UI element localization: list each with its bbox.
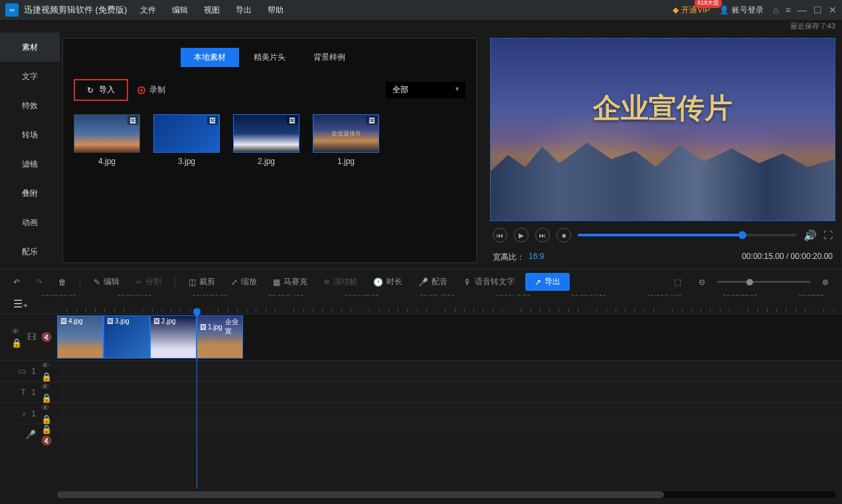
- fit-button[interactable]: ⬚: [669, 275, 687, 290]
- sidebar: 素材 文字 特效 转场 滤镜 叠附 动画 配乐: [0, 33, 60, 268]
- sidebar-item-animation[interactable]: 动画: [0, 208, 60, 237]
- sidebar-item-overlay[interactable]: 叠附: [0, 179, 60, 208]
- ratio-label: 宽高比：: [493, 252, 525, 263]
- delete-button[interactable]: 🗑: [53, 275, 72, 290]
- account-button[interactable]: 👤 账号登录: [719, 5, 764, 16]
- sidebar-item-text[interactable]: 文字: [0, 62, 60, 91]
- image-icon: 🖼: [127, 116, 138, 125]
- timeline-clip[interactable]: 🖼 2.jpg: [150, 315, 197, 359]
- mute-icon[interactable]: 🔇: [41, 332, 52, 342]
- last-save-label: 最近保存 7:43: [0, 20, 842, 33]
- sidebar-item-material[interactable]: 素材: [0, 33, 60, 62]
- tab-intros[interactable]: 精美片头: [240, 48, 299, 67]
- import-icon: ↻: [87, 86, 94, 95]
- vip-button[interactable]: ◆ 开通VIP 618大促: [673, 5, 710, 16]
- prev-button[interactable]: ⏮: [493, 228, 507, 242]
- lock-icon[interactable]: 🔒: [41, 372, 52, 382]
- progress-bar[interactable]: [578, 234, 797, 236]
- freeze-button[interactable]: ❄ 冻结帧: [318, 274, 363, 290]
- volume-icon[interactable]: 🔊: [803, 229, 817, 242]
- media-thumb[interactable]: 企业宣传片🖼 1.jpg: [313, 114, 379, 166]
- zoom-out-button[interactable]: ⊖: [693, 275, 711, 290]
- vip-badge: 618大促: [695, 0, 722, 8]
- track-body[interactable]: [57, 382, 842, 402]
- menu-edit[interactable]: 编辑: [172, 5, 188, 16]
- zoom-slider[interactable]: [717, 281, 810, 283]
- redo-button[interactable]: ↷: [31, 275, 48, 290]
- image-icon: 🖼: [287, 116, 297, 125]
- play-button[interactable]: ▶: [514, 228, 529, 242]
- image-icon: 🖼: [207, 116, 218, 125]
- timeline-clip[interactable]: 🖼 4.jpg: [57, 315, 104, 359]
- fullscreen-icon[interactable]: ⛶: [823, 230, 833, 240]
- media-thumb[interactable]: 🖼 3.jpg: [153, 114, 220, 166]
- titlebar: ✂ 迅捷视频剪辑软件 (免费版) 文件 编辑 视图 导出 帮助 ◆ 开通VIP …: [0, 0, 842, 20]
- timeline-clip[interactable]: 🖼 1.jpg企业宣: [197, 315, 243, 359]
- lock-icon[interactable]: 🔒: [41, 393, 52, 403]
- audio-track-icon: ♪: [22, 408, 27, 418]
- playhead[interactable]: [197, 311, 197, 489]
- zoom-in-button[interactable]: ⊕: [817, 275, 834, 290]
- lock-icon[interactable]: 🔒: [41, 424, 52, 434]
- timeline-clip[interactable]: 🖼 3.jpg: [104, 315, 150, 359]
- sidebar-item-filter[interactable]: 滤镜: [0, 149, 60, 179]
- diamond-icon: ◆: [673, 5, 679, 15]
- overlay-track: ▭1👁🔒: [0, 360, 842, 381]
- sidebar-item-effects[interactable]: 特效: [0, 91, 60, 120]
- minimize-icon[interactable]: —: [798, 5, 807, 15]
- video-track: 👁🔒 🎞 🔇 🖼 4.jpg 🖼 3.jpg 🖼 2.jpg 🖼 1.jpg企业…: [0, 313, 842, 360]
- track-body[interactable]: [57, 403, 842, 424]
- add-track-button[interactable]: ☰₊: [13, 297, 28, 310]
- overlay-track-icon: ▭: [18, 366, 26, 376]
- track-body[interactable]: [57, 424, 842, 445]
- home-icon[interactable]: ⌂: [773, 5, 778, 15]
- maximize-icon[interactable]: ☐: [813, 5, 822, 15]
- undo-button[interactable]: ↶: [8, 275, 25, 290]
- menu-file[interactable]: 文件: [140, 5, 156, 16]
- record-button[interactable]: 录制: [137, 84, 165, 96]
- tab-local[interactable]: 本地素材: [181, 48, 239, 67]
- ratio-value[interactable]: 16:9: [529, 252, 544, 263]
- tab-backgrounds[interactable]: 背景样例: [300, 48, 359, 67]
- text-track-icon: T: [21, 387, 26, 397]
- user-icon: 👤: [719, 5, 729, 15]
- crop-button[interactable]: ◫ 裁剪: [183, 274, 220, 290]
- lock-icon[interactable]: 🔒: [41, 414, 52, 424]
- menu-help[interactable]: 帮助: [268, 5, 284, 16]
- mic-track-icon: 🎤: [25, 430, 36, 440]
- voice2text-button[interactable]: 🎙 语音转文字: [458, 274, 520, 290]
- image-icon: 🖼: [367, 116, 377, 125]
- visibility-icon[interactable]: 👁: [41, 382, 52, 392]
- track-body[interactable]: 🖼 4.jpg 🖼 3.jpg 🖼 2.jpg 🖼 1.jpg企业宣: [57, 314, 842, 360]
- stop-button[interactable]: ■: [556, 228, 571, 242]
- timeline-ruler[interactable]: 00:00:00.0000:00:08.0000:00:16.0000:00:2…: [57, 299, 842, 313]
- export-button[interactable]: ↗ 导出: [525, 273, 570, 291]
- edit-button[interactable]: ✎ 编辑: [88, 274, 125, 290]
- dub-button[interactable]: 🎤 配音: [413, 274, 453, 290]
- menu-view[interactable]: 视图: [204, 5, 220, 16]
- sidebar-item-transition[interactable]: 转场: [0, 120, 60, 149]
- duration-button[interactable]: 🕐 时长: [368, 274, 408, 290]
- scale-button[interactable]: ⤢ 缩放: [226, 274, 262, 290]
- hamburger-icon[interactable]: ≡: [786, 5, 791, 15]
- import-button[interactable]: ↻ 导入: [74, 79, 128, 101]
- media-thumb[interactable]: 🖼 4.jpg: [74, 114, 140, 166]
- preview-screen[interactable]: 企业宣传片: [490, 38, 835, 221]
- record-icon: [137, 86, 145, 94]
- visibility-icon[interactable]: 👁: [11, 327, 22, 337]
- next-button[interactable]: ⏭: [535, 228, 550, 242]
- lock-icon[interactable]: 🔒: [11, 338, 22, 348]
- menu-export[interactable]: 导出: [236, 5, 252, 16]
- close-icon[interactable]: ✕: [829, 5, 837, 15]
- sidebar-item-music[interactable]: 配乐: [0, 237, 60, 266]
- mosaic-button[interactable]: ▦ 马赛克: [268, 274, 313, 290]
- split-button[interactable]: ✂ 分割: [130, 274, 167, 290]
- visibility-icon[interactable]: 👁: [41, 361, 52, 371]
- media-thumb[interactable]: 🖼 2.jpg: [233, 114, 299, 166]
- horizontal-scrollbar[interactable]: [57, 491, 835, 498]
- filter-select[interactable]: 全部: [386, 82, 465, 98]
- mute-icon[interactable]: 🔇: [41, 436, 52, 446]
- preview-title-text: 企业宣传片: [593, 90, 732, 127]
- visibility-icon[interactable]: 👁: [41, 403, 52, 413]
- track-body[interactable]: [57, 361, 842, 381]
